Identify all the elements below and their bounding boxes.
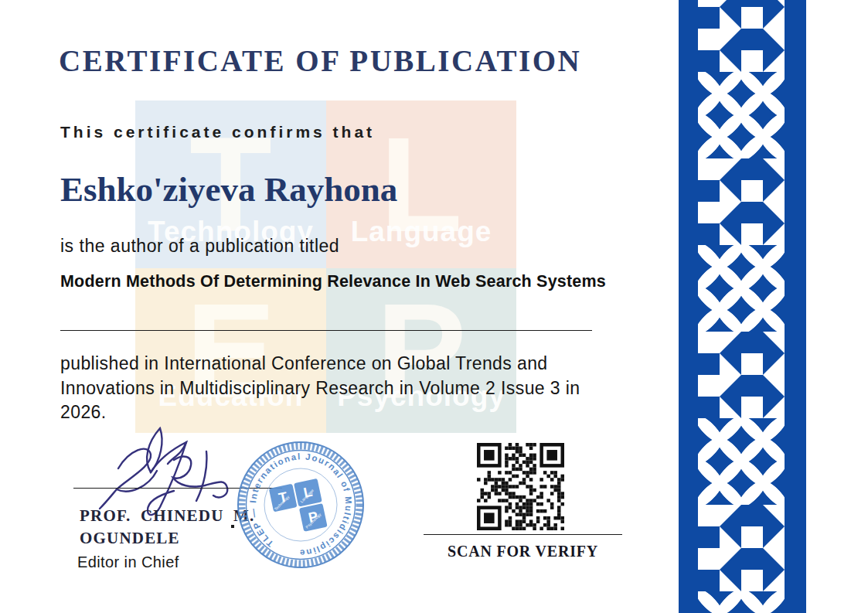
- qr-caption: SCAN FOR VERIFY: [424, 543, 622, 560]
- author-line: is the author of a publication titled: [60, 236, 339, 257]
- qr-code: [477, 443, 564, 530]
- stamp-tlp-logo: T L P Technology Language Psychology: [269, 478, 328, 537]
- published-in-text: published in International Conference on…: [60, 352, 611, 425]
- signatory-name-line1: PROF. CHINEDU M.: [80, 506, 254, 526]
- decorative-band: [679, 0, 806, 613]
- article-title: Modern Methods Of Determining Relevance …: [60, 272, 606, 291]
- certificate-title: CERTIFICATE OF PUBLICATION: [59, 43, 581, 78]
- qr-caption-line: [424, 534, 622, 535]
- confirm-text: This certificate confirms that: [60, 123, 375, 141]
- signatory-role: Editor in Chief: [77, 553, 179, 571]
- certificate-page: T Technology L Language E Education P Ps…: [0, 0, 868, 613]
- author-name: Eshko'ziyeva Rayhona: [60, 169, 397, 209]
- divider-line: [60, 330, 592, 331]
- watermark-label-language: Language: [326, 216, 516, 248]
- journal-stamp-seal: TLEP — International Journal of Multidis…: [234, 438, 367, 571]
- signatory-name-line2: OGUNDELE: [80, 529, 180, 548]
